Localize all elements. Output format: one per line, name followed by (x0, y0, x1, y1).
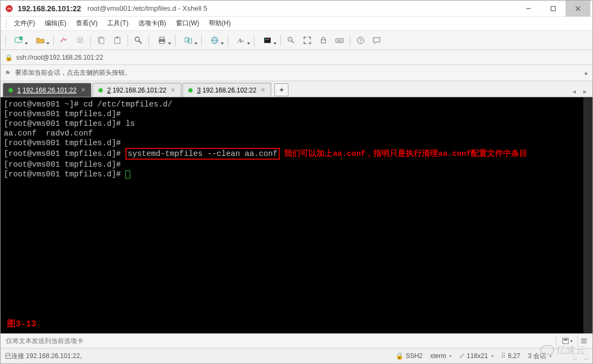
status-connected: 已连接 192.168.26.101:22。 (5, 352, 86, 361)
svg-rect-36 (338, 40, 338, 40)
status-protocol: 🔒SSH2 (396, 352, 422, 360)
svg-text:A: A (241, 39, 244, 44)
session-tab-2[interactable]: 2 192.168.26.101:22 ✕ (93, 83, 181, 97)
svg-rect-12 (115, 38, 120, 44)
new-session-button[interactable]: + (9, 33, 29, 47)
hint-text: 要添加当前会话，点击左侧的箭头按钮。 (15, 68, 131, 77)
send-target-dropdown[interactable]: ▾ (556, 336, 577, 346)
svg-rect-16 (160, 37, 164, 39)
menu-tab[interactable]: 选项卡(B) (134, 17, 171, 30)
help-button[interactable]: ? (353, 33, 368, 47)
title-bar: 192.168.26.101:22 root@vms001:/etc/tmpfi… (1, 1, 592, 17)
lock-icon: 🔒 (396, 352, 404, 360)
feedback-button[interactable] (369, 33, 384, 47)
toolbar: + AA + ? (1, 31, 592, 50)
file-transfer-button[interactable] (178, 33, 199, 47)
color-scheme-button[interactable] (257, 33, 278, 47)
session-tab-3[interactable]: 3 192.168.26.102:22 ✕ (182, 83, 271, 97)
address-url[interactable]: ssh://root@192.168.26.101:22 (16, 54, 103, 61)
copy-button[interactable] (94, 33, 109, 47)
terminal[interactable]: [root@vms001 ~]# cd /etc/tmpfiles.d/ [ro… (1, 97, 583, 333)
status-cursor: ⠿8,27 (501, 352, 520, 360)
menu-bar: 文件(F) 编辑(E) 查看(V) 工具(T) 选项卡(B) 窗口(W) 帮助(… (1, 17, 592, 31)
keyboard-button[interactable] (332, 33, 347, 47)
terminal-scrollbar[interactable] (583, 97, 592, 333)
address-bar: 🔒 ssh://root@192.168.26.101:22 (1, 50, 592, 65)
status-num: ⎯ (584, 352, 588, 360)
svg-line-15 (139, 41, 142, 44)
svg-rect-13 (116, 37, 118, 38)
status-size[interactable]: ⤢118x21▾ (459, 352, 493, 360)
cursor-pos-icon: ⠿ (501, 352, 506, 360)
svg-rect-18 (160, 41, 164, 44)
status-dot-icon (188, 88, 193, 92)
svg-rect-27 (265, 39, 267, 40)
tab-bar: 1 192.168.26.101:22 ✕ 2 192.168.26.101:2… (1, 81, 592, 97)
svg-rect-37 (339, 40, 340, 40)
svg-text:+: + (20, 37, 22, 40)
session-tab-1[interactable]: 1 192.168.26.101:22 ✕ (3, 83, 91, 97)
fullscreen-button[interactable] (300, 33, 315, 47)
svg-rect-2 (551, 6, 555, 11)
svg-rect-39 (341, 40, 342, 40)
menu-window[interactable]: 窗口(W) (172, 17, 203, 30)
minimize-button[interactable] (516, 1, 541, 17)
svg-rect-32 (321, 40, 326, 43)
title-path: root@vms001:/etc/tmpfiles.d - Xshell 5 (88, 4, 208, 12)
reconnect-button[interactable] (57, 33, 72, 47)
find-button[interactable] (131, 33, 146, 47)
hint-collapse-icon[interactable]: ▸ (585, 69, 588, 77)
svg-point-0 (6, 5, 12, 12)
close-button[interactable] (566, 1, 590, 17)
add-tab-button[interactable]: + (274, 83, 288, 96)
disconnect-button[interactable] (73, 33, 88, 47)
tab-close-icon[interactable]: ✕ (171, 87, 175, 94)
svg-text:?: ? (359, 38, 362, 43)
svg-rect-20 (188, 39, 192, 43)
svg-point-14 (135, 37, 139, 41)
status-term[interactable]: xterm▾ (430, 352, 451, 360)
lock-button[interactable] (316, 33, 331, 47)
quick-send-input[interactable] (4, 335, 556, 347)
status-sessions[interactable]: 3 会话▾ (528, 352, 552, 361)
font-button[interactable]: AA (231, 33, 251, 47)
svg-rect-40 (337, 41, 342, 41)
resize-icon: ⤢ (459, 352, 464, 360)
tab-nav-right-icon[interactable]: ▸ (580, 86, 590, 97)
tab-close-icon[interactable]: ✕ (260, 87, 265, 94)
globe-button[interactable] (204, 33, 225, 47)
menu-help[interactable]: 帮助(H) (204, 17, 235, 30)
paste-button[interactable] (110, 33, 125, 47)
maximize-button[interactable] (541, 1, 566, 17)
svg-rect-38 (340, 40, 341, 40)
tab-nav-left-icon[interactable]: ◂ (569, 86, 580, 97)
quick-send-bar: ▾ (1, 333, 592, 348)
terminal-area: [root@vms001 ~]# cd /etc/tmpfiles.d/ [ro… (1, 97, 592, 333)
svg-rect-19 (185, 38, 188, 42)
menu-view[interactable]: 查看(V) (72, 17, 102, 30)
status-cap: ⎯ (573, 352, 577, 360)
menu-file[interactable]: 文件(F) (10, 17, 39, 30)
status-bar: 已连接 192.168.26.101:22。 🔒SSH2 xterm▾ ⤢118… (1, 348, 592, 363)
title-ip: 192.168.26.101:22 (18, 4, 81, 13)
flag-icon[interactable]: ⚑ (5, 69, 11, 77)
lock-icon: 🔒 (5, 54, 13, 61)
status-dot-icon (98, 88, 103, 92)
svg-line-30 (292, 41, 294, 43)
status-dot-icon (9, 88, 13, 92)
zoom-button[interactable]: + (284, 33, 299, 47)
svg-text:+: + (289, 38, 291, 41)
menu-tools[interactable]: 工具(T) (103, 17, 132, 30)
menu-edit[interactable]: 编辑(E) (40, 17, 70, 30)
svg-point-8 (61, 40, 62, 42)
open-button[interactable] (30, 33, 51, 47)
svg-rect-44 (563, 339, 567, 341)
send-menu-button[interactable] (577, 336, 589, 346)
svg-rect-33 (336, 39, 343, 42)
svg-rect-26 (264, 38, 271, 43)
hint-bar: ⚑ 要添加当前会话，点击左侧的箭头按钮。 ▸ (1, 65, 592, 81)
app-logo-icon (5, 4, 13, 13)
print-button[interactable] (152, 33, 172, 47)
tab-close-icon[interactable]: ✕ (81, 87, 86, 94)
svg-rect-35 (337, 40, 337, 40)
